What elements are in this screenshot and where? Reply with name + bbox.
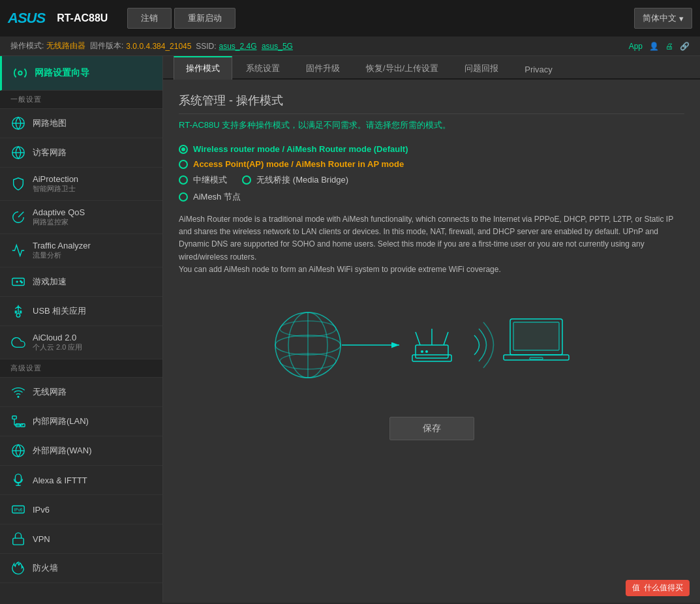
share-icon[interactable]: 🔗 (680, 42, 690, 51)
sidebar-item-wizard[interactable]: 网路设置向导 (0, 56, 162, 91)
tab-privacy[interactable]: Privacy (512, 58, 565, 80)
ssid-2g[interactable]: asus_2.4G (219, 42, 256, 51)
header-buttons: 注销 重新启动 (127, 8, 236, 29)
usb-icon (10, 303, 26, 319)
svg-rect-34 (416, 345, 448, 358)
radio-media-bridge[interactable] (242, 175, 251, 185)
svg-rect-43 (530, 357, 543, 359)
guest-globe-icon (10, 145, 26, 160)
page-subtitle: RT-AC88U 支持多种操作模式，以满足不同需求。请选择您所需的模式。 (179, 119, 684, 131)
content-area: 操作模式 系统设置 固件升级 恢复/导出/上传设置 问题回报 Privacy 系… (163, 56, 700, 603)
model-name: RT-AC88U (57, 12, 108, 24)
vpn-icon (10, 531, 26, 547)
media-bridge-label: 无线桥接 (Media Bridge) (256, 174, 348, 186)
sidebar-item-aicloud[interactable]: AiCloud 2.0个人云 2.0 应用 (0, 326, 162, 359)
sidebar-item-adaptive-qos[interactable]: Adaptive QoS网路监控家 (0, 201, 162, 234)
diagram-container (179, 286, 684, 404)
sidebar-item-wireless[interactable]: 无线网路 (0, 378, 162, 407)
svg-point-9 (22, 282, 23, 283)
sidebar-item-traffic[interactable]: Traffic Analyzer流量分析 (0, 234, 162, 267)
radio-wireless-router[interactable] (179, 145, 188, 154)
settings-wizard-icon (12, 65, 28, 81)
lan-label: 内部网路(LAN) (33, 415, 89, 427)
sidebar-item-ipv6[interactable]: IPv6 IPv6 (0, 495, 162, 524)
watermark-icon: 值 (632, 582, 640, 594)
svg-rect-12 (12, 416, 16, 419)
radio-aimesh-node[interactable] (179, 192, 188, 202)
lang-label: 简体中文 (643, 12, 677, 24)
radio-repeater[interactable] (179, 175, 188, 185)
net-map-label: 网路地图 (33, 117, 67, 129)
sidebar: 网路设置向导 一般设置 网路地图 访客网路 AiProtection智能网路卫士 (0, 56, 163, 603)
page-title: 系统管理 - 操作模式 (179, 93, 684, 114)
wizard-label: 网路设置向导 (35, 67, 89, 79)
advanced-section-label: 高级设置 (0, 359, 162, 378)
alexa-label: Alexa & IFTTT (33, 476, 87, 485)
watermark: 值 什么值得买 (626, 580, 690, 596)
sidebar-item-aiprotection[interactable]: AiProtection智能网路卫士 (0, 168, 162, 201)
sidebar-item-firewall[interactable]: 防火墙 (0, 554, 162, 583)
page-content: 系统管理 - 操作模式 RT-AC88U 支持多种操作模式，以满足不同需求。请选… (163, 80, 700, 603)
wireless-label: 无线网路 (33, 386, 67, 398)
network-diagram (269, 293, 595, 397)
wireless-router-label: Wireless router mode / AiMesh Router mod… (193, 144, 408, 154)
game-label: 游戏加速 (33, 276, 67, 288)
svg-text:IPv6: IPv6 (14, 507, 23, 512)
svg-point-0 (18, 71, 22, 75)
svg-line-37 (444, 332, 448, 345)
wan-label: 外部网路(WAN) (33, 445, 92, 457)
option-wireless-router[interactable]: Wireless router mode / AiMesh Router mod… (179, 144, 684, 154)
radio-access-point[interactable] (179, 160, 188, 169)
svg-point-39 (425, 350, 428, 353)
sidebar-item-guest-net[interactable]: 访客网路 (0, 138, 162, 168)
monitor-qos-icon (10, 209, 26, 225)
ipv6-icon: IPv6 (10, 502, 26, 517)
sidebar-item-wan[interactable]: 外部网路(WAN) (0, 436, 162, 466)
chart-icon (10, 243, 26, 258)
globe-icon (10, 115, 26, 131)
status-bar: 操作模式: 无线路由器 固件版本: 3.0.0.4.384_21045 SSID… (0, 37, 700, 56)
save-btn-container: 保存 (179, 417, 684, 440)
tab-feedback[interactable]: 问题回报 (452, 56, 511, 80)
tab-bar: 操作模式 系统设置 固件升级 恢复/导出/上传设置 问题回报 Privacy (163, 56, 700, 80)
lang-selector[interactable]: 简体中文 ▾ (634, 8, 692, 29)
sidebar-item-usb[interactable]: USB 相关应用 (0, 297, 162, 326)
sidebar-item-lan[interactable]: 内部网路(LAN) (0, 407, 162, 436)
option-aimesh-node[interactable]: AiMesh 节点 (179, 191, 684, 203)
main-layout: 网路设置向导 一般设置 网路地图 访客网路 AiProtection智能网路卫士 (0, 56, 700, 603)
svg-line-35 (416, 332, 420, 345)
person-icon[interactable]: 👤 (649, 42, 659, 51)
mode-value: 无线路由器 (46, 40, 85, 52)
chevron-down-icon: ▾ (679, 14, 684, 23)
header: ASUS RT-AC88U 注销 重新启动 简体中文 ▾ (0, 0, 700, 37)
option-access-point[interactable]: Access Point(AP) mode / AiMesh Router in… (179, 159, 684, 169)
fire-icon (10, 560, 26, 576)
watermark-label: 什么值得买 (644, 582, 683, 594)
fw-label: 固件版本: (90, 40, 123, 52)
sidebar-item-alexa[interactable]: Alexa & IFTTT (0, 466, 162, 495)
svg-point-8 (20, 280, 22, 282)
tab-system[interactable]: 系统设置 (234, 56, 292, 80)
tab-restore[interactable]: 恢复/导出/上传设置 (354, 56, 451, 80)
tab-firmware[interactable]: 固件升级 (294, 56, 352, 80)
access-point-label: Access Point(AP) mode / AiMesh Router in… (193, 159, 404, 169)
tab-operation[interactable]: 操作模式 (174, 56, 232, 80)
ssid-5g[interactable]: asus_5G (262, 42, 293, 51)
guest-net-label: 访客网路 (33, 147, 67, 159)
svg-point-11 (18, 396, 19, 397)
svg-rect-25 (13, 538, 24, 545)
general-section-label: 一般设置 (0, 91, 162, 109)
aiprotection-label: AiProtection智能网路卫士 (33, 174, 78, 194)
sidebar-item-net-map[interactable]: 网路地图 (0, 109, 162, 138)
reboot-button[interactable]: 重新启动 (174, 8, 236, 29)
sidebar-item-game[interactable]: 游戏加速 (0, 267, 162, 297)
monitor-icon[interactable]: 🖨 (665, 42, 673, 51)
status-icons: App 👤 🖨 🔗 (629, 42, 690, 51)
cloud-icon (10, 335, 26, 350)
logout-button[interactable]: 注销 (127, 8, 172, 29)
description-text: AiMesh Router mode is a traditional mode… (179, 213, 684, 276)
alexa-icon (10, 472, 26, 488)
radio-options: Wireless router mode / AiMesh Router mod… (179, 144, 684, 203)
save-button[interactable]: 保存 (389, 417, 474, 440)
sidebar-item-vpn[interactable]: VPN (0, 524, 162, 554)
